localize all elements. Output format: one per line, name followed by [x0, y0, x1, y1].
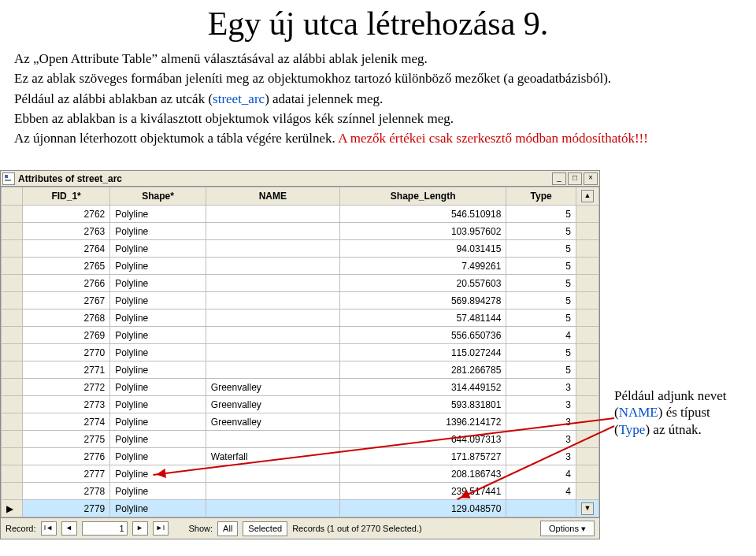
- row-header[interactable]: [2, 275, 23, 292]
- cell-fid[interactable]: 2779: [23, 500, 110, 517]
- scroll-down-button[interactable]: ▼: [581, 502, 594, 515]
- cell-name[interactable]: Waterfall: [206, 448, 339, 465]
- cell-name[interactable]: [206, 240, 339, 258]
- cell-name[interactable]: [206, 275, 339, 292]
- cell-name[interactable]: Greenvalley: [206, 413, 339, 431]
- cell-name[interactable]: [206, 206, 339, 223]
- cell-name[interactable]: [206, 500, 339, 517]
- row-header[interactable]: [2, 310, 23, 327]
- table-row[interactable]: 2772PolylineGreenvalley314.4491523: [2, 379, 599, 396]
- scroll-track[interactable]: [576, 223, 599, 240]
- table-row[interactable]: 2768Polyline57.4811445: [2, 310, 599, 327]
- cell-length[interactable]: 103.957602: [339, 223, 506, 240]
- scroll-track[interactable]: [576, 361, 599, 379]
- table-row[interactable]: ▶2779Polyline129.048570▼: [2, 500, 599, 517]
- cell-length[interactable]: 314.449152: [339, 379, 506, 396]
- cell-type[interactable]: 5: [506, 344, 576, 361]
- cell-length[interactable]: 546.510918: [339, 206, 506, 223]
- cell-type[interactable]: 5: [506, 275, 576, 292]
- cell-name[interactable]: [206, 310, 339, 327]
- cell-shape[interactable]: Polyline: [110, 327, 206, 344]
- cell-fid[interactable]: 2766: [23, 275, 110, 292]
- row-header[interactable]: [2, 327, 23, 344]
- cell-length[interactable]: 208.186743: [339, 465, 506, 483]
- cell-name[interactable]: [206, 223, 339, 240]
- cell-shape[interactable]: Polyline: [110, 310, 206, 327]
- scroll-track[interactable]: [576, 206, 599, 223]
- nav-last-button[interactable]: ►I: [153, 521, 169, 536]
- cell-shape[interactable]: Polyline: [110, 500, 206, 517]
- cell-fid[interactable]: 2774: [23, 413, 110, 431]
- cell-fid[interactable]: 2768: [23, 310, 110, 327]
- cell-type[interactable]: 4: [506, 327, 576, 344]
- attributes-table[interactable]: FID_1* Shape* NAME Shape_Length Type ▲ 2…: [1, 187, 599, 517]
- cell-name[interactable]: [206, 465, 339, 483]
- scroll-track[interactable]: [576, 465, 599, 483]
- row-header[interactable]: [2, 465, 23, 483]
- col-type[interactable]: Type: [506, 187, 576, 206]
- row-header[interactable]: [2, 396, 23, 413]
- table-row[interactable]: 2770Polyline115.0272445: [2, 344, 599, 361]
- table-row[interactable]: 2774PolylineGreenvalley1396.2141723: [2, 413, 599, 431]
- cell-type[interactable]: 3: [506, 448, 576, 465]
- cell-fid[interactable]: 2777: [23, 465, 110, 483]
- row-header[interactable]: [2, 448, 23, 465]
- cell-fid[interactable]: 2771: [23, 361, 110, 379]
- scroll-track[interactable]: [576, 448, 599, 465]
- cell-type[interactable]: 5: [506, 361, 576, 379]
- cell-length[interactable]: 1396.214172: [339, 413, 506, 431]
- scroll-track[interactable]: [576, 379, 599, 396]
- cell-length[interactable]: 593.831801: [339, 396, 506, 413]
- cell-shape[interactable]: Polyline: [110, 344, 206, 361]
- scroll-track[interactable]: [576, 327, 599, 344]
- cell-fid[interactable]: 2765: [23, 258, 110, 275]
- scroll-track[interactable]: [576, 258, 599, 275]
- cell-fid[interactable]: 2776: [23, 448, 110, 465]
- scroll-up-button[interactable]: ▲: [581, 190, 594, 202]
- cell-fid[interactable]: 2778: [23, 483, 110, 500]
- row-header[interactable]: [2, 344, 23, 361]
- scroll-track[interactable]: [576, 310, 599, 327]
- cell-fid[interactable]: 2770: [23, 344, 110, 361]
- cell-name[interactable]: [206, 431, 339, 448]
- cell-type[interactable]: 5: [506, 292, 576, 310]
- cell-shape[interactable]: Polyline: [110, 396, 206, 413]
- cell-fid[interactable]: 2764: [23, 240, 110, 258]
- table-row[interactable]: 2767Polyline569.8942785: [2, 292, 599, 310]
- row-header[interactable]: [2, 413, 23, 431]
- table-row[interactable]: 2778Polyline239.5174414: [2, 483, 599, 500]
- table-row[interactable]: 2763Polyline103.9576025: [2, 223, 599, 240]
- table-row[interactable]: 2771Polyline281.2667855: [2, 361, 599, 379]
- scroll-track[interactable]: [576, 344, 599, 361]
- cell-shape[interactable]: Polyline: [110, 361, 206, 379]
- scroll-track[interactable]: [576, 275, 599, 292]
- nav-next-button[interactable]: ►: [132, 521, 148, 536]
- cell-length[interactable]: 556.650736: [339, 327, 506, 344]
- col-fid[interactable]: FID_1*: [23, 187, 110, 206]
- cell-shape[interactable]: Polyline: [110, 483, 206, 500]
- col-shape[interactable]: Shape*: [110, 187, 206, 206]
- cell-shape[interactable]: Polyline: [110, 275, 206, 292]
- cell-length[interactable]: 20.557603: [339, 275, 506, 292]
- cell-shape[interactable]: Polyline: [110, 258, 206, 275]
- cell-name[interactable]: Greenvalley: [206, 379, 339, 396]
- table-row[interactable]: 2769Polyline556.6507364: [2, 327, 599, 344]
- cell-shape[interactable]: Polyline: [110, 292, 206, 310]
- cell-fid[interactable]: 2762: [23, 206, 110, 223]
- show-all-button[interactable]: All: [217, 521, 238, 536]
- cell-type[interactable]: 3: [506, 379, 576, 396]
- titlebar[interactable]: Attributes of street_arc _ □ ×: [1, 171, 599, 187]
- col-length[interactable]: Shape_Length: [339, 187, 506, 206]
- cell-type[interactable]: [506, 500, 576, 517]
- scroll-track[interactable]: [576, 483, 599, 500]
- cell-length[interactable]: 171.875727: [339, 448, 506, 465]
- cell-length[interactable]: 281.266785: [339, 361, 506, 379]
- cell-fid[interactable]: 2773: [23, 396, 110, 413]
- cell-name[interactable]: [206, 292, 339, 310]
- cell-length[interactable]: 239.517441: [339, 483, 506, 500]
- nav-prev-button[interactable]: ◄: [61, 521, 77, 536]
- row-header[interactable]: [2, 223, 23, 240]
- cell-length[interactable]: 94.031415: [339, 240, 506, 258]
- cell-fid[interactable]: 2763: [23, 223, 110, 240]
- maximize-button[interactable]: □: [568, 172, 582, 185]
